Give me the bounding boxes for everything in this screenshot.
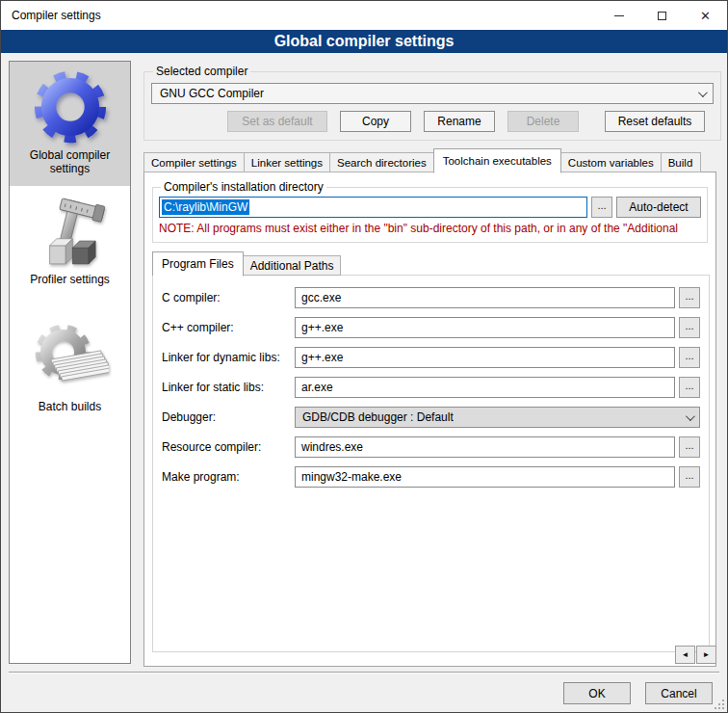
sidebar: Global compiler settings xyxy=(9,61,131,664)
tab-label: Additional Paths xyxy=(250,259,334,273)
close-icon: ✕ xyxy=(700,10,711,22)
field-label: C++ compiler: xyxy=(162,321,295,334)
cancel-button[interactable]: Cancel xyxy=(645,682,713,704)
sidebar-item-batch-builds[interactable]: Batch builds xyxy=(10,315,130,423)
page-title: Global compiler settings xyxy=(1,30,727,53)
tab-label: Program Files xyxy=(162,257,234,271)
form-row: Make program: mingw32-make.exe ... xyxy=(162,466,700,488)
caliper-icon xyxy=(34,198,107,271)
form-row: C++ compiler: g++.exe ... xyxy=(162,317,700,338)
linker-dynamic-libs-input[interactable]: g++.exe xyxy=(295,347,675,368)
field-label: Debugger: xyxy=(162,410,295,424)
field-label: Linker for static libs: xyxy=(162,381,295,394)
tab-linker-settings[interactable]: Linker settings xyxy=(244,152,330,172)
tab-search-directories[interactable]: Search directories xyxy=(329,152,434,172)
compiler-select-value: GNU GCC Compiler xyxy=(160,87,264,100)
installation-directory-group: Compiler's installation directory C:\ray… xyxy=(152,180,708,243)
sidebar-item-label: Profiler settings xyxy=(30,273,110,286)
field-label: Resource compiler: xyxy=(162,440,295,454)
resource-compiler-input[interactable]: windres.exe xyxy=(295,436,675,458)
cpp-compiler-browse-button[interactable]: ... xyxy=(679,317,700,338)
window-titlebar: Compiler settings ✕ xyxy=(1,1,727,30)
field-label: Make program: xyxy=(162,470,295,484)
ok-button[interactable]: OK xyxy=(563,682,631,704)
chevron-down-icon xyxy=(698,88,708,97)
field-value: mingw32-make.exe xyxy=(301,470,402,484)
sidebar-item-label: Batch builds xyxy=(39,400,101,413)
footer-separator xyxy=(9,672,719,673)
debugger-select[interactable]: GDB/CDB debugger : Default xyxy=(295,407,700,428)
maximize-icon xyxy=(658,12,666,20)
window-controls: ✕ xyxy=(597,1,727,30)
field-value: ar.exe xyxy=(301,381,333,394)
sidebar-item-global-compiler-settings[interactable]: Global compiler settings xyxy=(10,62,130,186)
resize-grip[interactable] xyxy=(715,700,724,709)
right-arrow-icon: ► xyxy=(703,650,711,659)
field-label: Linker for dynamic libs: xyxy=(162,351,295,364)
linker-dynamic-browse-button[interactable]: ... xyxy=(679,347,700,368)
cpp-compiler-input[interactable]: g++.exe xyxy=(295,317,675,338)
field-label: C compiler: xyxy=(162,291,295,304)
gear-icon xyxy=(31,67,110,146)
browse-directory-button[interactable]: ... xyxy=(591,197,612,218)
compiler-actions: Set as default Copy Rename Delete Reset … xyxy=(151,111,714,132)
tab-build-options[interactable]: Build xyxy=(661,152,701,172)
main-content: Selected compiler GNU GCC Compiler Set a… xyxy=(143,53,721,667)
tab-scroll-left-button[interactable]: ◄ xyxy=(675,646,695,664)
resource-compiler-browse-button[interactable]: ... xyxy=(679,436,700,458)
window-title: Compiler settings xyxy=(1,9,597,22)
tab-label: Build xyxy=(668,157,693,169)
toolchain-tab-panel: Compiler's installation directory C:\ray… xyxy=(143,172,716,667)
linker-static-libs-input[interactable]: ar.exe xyxy=(295,377,675,398)
auto-detect-button[interactable]: Auto-detect xyxy=(616,197,701,218)
program-files-panel: C compiler: gcc.exe ... C++ compiler: g+… xyxy=(152,275,710,652)
close-button[interactable]: ✕ xyxy=(684,1,727,30)
note-text: NOTE: All programs must exist either in … xyxy=(159,222,701,235)
tab-label: Compiler settings xyxy=(151,157,237,169)
reset-defaults-button[interactable]: Reset defaults xyxy=(605,111,705,132)
tab-additional-paths[interactable]: Additional Paths xyxy=(243,255,342,276)
field-value: g++.exe xyxy=(301,321,343,334)
tab-custom-variables[interactable]: Custom variables xyxy=(560,152,662,172)
field-value: GDB/CDB debugger : Default xyxy=(302,410,454,424)
maximize-button[interactable] xyxy=(640,1,684,30)
tab-label: Search directories xyxy=(337,157,427,169)
tab-toolchain-executables[interactable]: Toolchain executables xyxy=(433,148,561,173)
rename-button[interactable]: Rename xyxy=(424,111,495,132)
c-compiler-browse-button[interactable]: ... xyxy=(679,287,700,308)
make-program-browse-button[interactable]: ... xyxy=(679,466,700,488)
tab-scroll-controls: ◄ ► xyxy=(675,646,716,664)
tab-label: Linker settings xyxy=(251,157,323,169)
selected-text: C:\raylib\MinGW xyxy=(162,199,249,215)
sidebar-item-profiler-settings[interactable]: Profiler settings xyxy=(10,192,130,296)
delete-button[interactable]: Delete xyxy=(507,111,579,132)
set-as-default-button[interactable]: Set as default xyxy=(227,111,327,132)
tab-scroll-right-button[interactable]: ► xyxy=(696,646,716,664)
linker-static-browse-button[interactable]: ... xyxy=(679,377,700,398)
group-label: Compiler's installation directory xyxy=(161,180,326,194)
tab-compiler-settings[interactable]: Compiler settings xyxy=(143,152,245,172)
minimize-icon xyxy=(614,15,624,16)
chevron-down-icon xyxy=(686,411,695,421)
selected-compiler-group: Selected compiler GNU GCC Compiler Set a… xyxy=(143,65,721,141)
group-label: Selected compiler xyxy=(153,65,250,78)
form-row: C compiler: gcc.exe ... xyxy=(162,287,700,308)
make-program-input[interactable]: mingw32-make.exe xyxy=(295,466,675,488)
minimize-button[interactable] xyxy=(597,1,640,30)
form-row: Resource compiler: windres.exe ... xyxy=(162,436,700,458)
batch-builds-gear-icon xyxy=(32,321,109,398)
compiler-select[interactable]: GNU GCC Compiler xyxy=(151,83,714,104)
field-value: gcc.exe xyxy=(301,291,341,304)
tab-program-files[interactable]: Program Files xyxy=(152,251,244,277)
main-tab-strip: Compiler settings Linker settings Search… xyxy=(143,148,716,667)
field-value: g++.exe xyxy=(301,351,343,364)
c-compiler-input[interactable]: gcc.exe xyxy=(295,287,675,308)
sidebar-item-label: Global compiler settings xyxy=(13,148,126,176)
installation-directory-input[interactable]: C:\raylib\MinGW xyxy=(159,197,587,218)
tab-label: Toolchain executables xyxy=(443,155,552,167)
program-files-tab-strip: Program Files Additional Paths C compile… xyxy=(152,251,708,652)
copy-button[interactable]: Copy xyxy=(340,111,411,132)
tab-label: Custom variables xyxy=(568,157,654,169)
form-row: Linker for static libs: ar.exe ... xyxy=(162,377,700,398)
form-row: Linker for dynamic libs: g++.exe ... xyxy=(162,347,700,368)
